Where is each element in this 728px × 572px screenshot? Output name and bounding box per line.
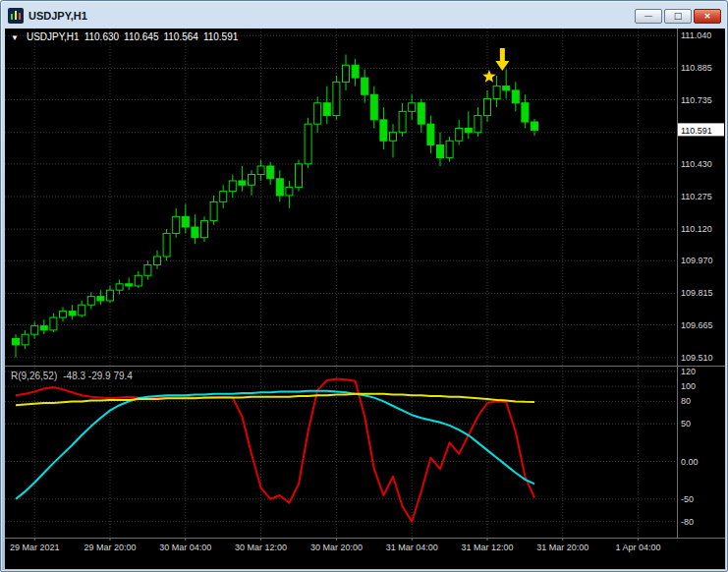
indicator-axis-label: 0.00 [681, 457, 699, 467]
candle-body [97, 297, 104, 301]
candle-body [40, 326, 47, 330]
maximize-button[interactable]: □ [664, 9, 692, 24]
candle-body [286, 187, 293, 196]
candle-body [220, 192, 227, 202]
candle-body [154, 257, 161, 265]
candle-body [87, 297, 94, 306]
candle-body [475, 116, 481, 133]
candle-body [409, 103, 416, 112]
time-axis-label: 1 Apr 04:00 [616, 543, 661, 552]
candle-body [69, 312, 76, 315]
price-axis-label: 110.430 [681, 159, 712, 169]
candle-body [22, 334, 28, 345]
icon-bar [15, 11, 17, 20]
candle-body [493, 86, 500, 99]
price-axis-label: 110.735 [681, 95, 712, 105]
indicator-axis-label: -80 [681, 517, 694, 527]
candle-body [229, 181, 236, 192]
candle-body [370, 94, 377, 120]
candle-body [135, 275, 141, 286]
candle-body [532, 122, 538, 130]
candle-body [437, 145, 444, 158]
time-axis-label: 29 Mar 20:00 [84, 543, 136, 552]
candle-body [484, 98, 491, 115]
down-arrow-icon [495, 48, 509, 71]
candle-body [257, 166, 264, 175]
candle-body [352, 65, 359, 78]
candle-body [390, 133, 397, 142]
current-price-label: 110.591 [681, 126, 712, 136]
price-axis-label: 109.970 [681, 256, 713, 265]
price-axis-label: 109.510 [681, 353, 713, 363]
candle-body [446, 141, 453, 157]
price-axis-label: 111.040 [681, 30, 711, 40]
window-title: USDJPY,H1 [28, 10, 635, 22]
time-axis-label: 30 Mar 04:00 [159, 543, 211, 552]
chart-canvas[interactable]: 29 Mar 202129 Mar 20:0030 Mar 04:0030 Ma… [5, 29, 725, 569]
chart-window: USDJPY,H1 — □ × 29 Mar 202129 Mar 20:003… [0, 0, 728, 572]
indicator-axis-label: 80 [681, 396, 691, 406]
candle-body [182, 216, 189, 227]
time-axis-label: 31 Mar 12:00 [461, 543, 513, 552]
indicator-axis-label: 100 [681, 381, 696, 391]
candle-body [249, 175, 255, 186]
time-axis-label: 29 Mar 2021 [10, 543, 60, 552]
price-axis-label: 109.815 [681, 288, 713, 298]
candle-body [276, 179, 283, 196]
indicator-axis-label: -50 [681, 494, 694, 504]
time-axis-label: 30 Mar 20:00 [310, 543, 363, 552]
indicator-axis-label: 120 [681, 367, 696, 376]
titlebar[interactable]: USDJPY,H1 — □ × [5, 4, 723, 28]
candle-body [512, 90, 519, 103]
window-controls: — □ × [635, 9, 721, 24]
candle-body [192, 227, 198, 238]
candle-body [201, 221, 208, 238]
candle-body [305, 124, 311, 164]
candle-body [13, 338, 20, 344]
candle-body [314, 103, 321, 124]
candle-body [465, 128, 472, 132]
candle-body [333, 82, 340, 115]
candle-body [107, 290, 114, 301]
candle-body [427, 124, 434, 144]
indicator-line-slow [16, 394, 534, 405]
indicator-axis-label: 50 [681, 419, 691, 429]
close-button[interactable]: × [694, 9, 721, 24]
candle-body [126, 284, 133, 286]
candle-body [144, 265, 151, 276]
candle-body [418, 103, 424, 124]
candle-body [79, 305, 85, 315]
candle-body [60, 312, 67, 317]
candle-body [239, 181, 246, 185]
chart-window-icon[interactable] [8, 8, 24, 24]
candle-body [343, 65, 350, 82]
candle-body [522, 103, 529, 122]
price-axis-label: 109.665 [681, 320, 713, 330]
candle-body [163, 233, 170, 257]
minimize-button[interactable]: — [635, 9, 662, 24]
candle-body [116, 284, 123, 290]
candle-body [173, 216, 180, 233]
star-icon [482, 70, 495, 83]
price-axis-label: 110.275 [681, 192, 712, 201]
candle-body [362, 78, 368, 94]
candle-body [456, 128, 463, 141]
candle-body [50, 317, 57, 330]
price-axis-label: 110.885 [681, 63, 712, 73]
time-axis-label: 30 Mar 12:00 [235, 543, 287, 552]
indicator-line-medium [16, 391, 534, 499]
candle-body [267, 166, 274, 179]
candle-body [323, 103, 330, 116]
icon-bar [19, 13, 21, 20]
chart-client-area[interactable]: 29 Mar 202129 Mar 20:0030 Mar 04:0030 Ma… [5, 29, 725, 569]
candle-body [31, 326, 38, 335]
candle-body [296, 164, 303, 188]
candle-body [399, 111, 406, 132]
candle-body [380, 120, 387, 141]
candle-body [210, 201, 217, 220]
price-axis-label: 110.120 [681, 224, 712, 234]
time-axis-label: 31 Mar 04:00 [386, 543, 438, 552]
time-axis-label: 31 Mar 20:00 [536, 543, 588, 552]
candle-body [503, 86, 510, 90]
icon-bar [11, 14, 13, 20]
